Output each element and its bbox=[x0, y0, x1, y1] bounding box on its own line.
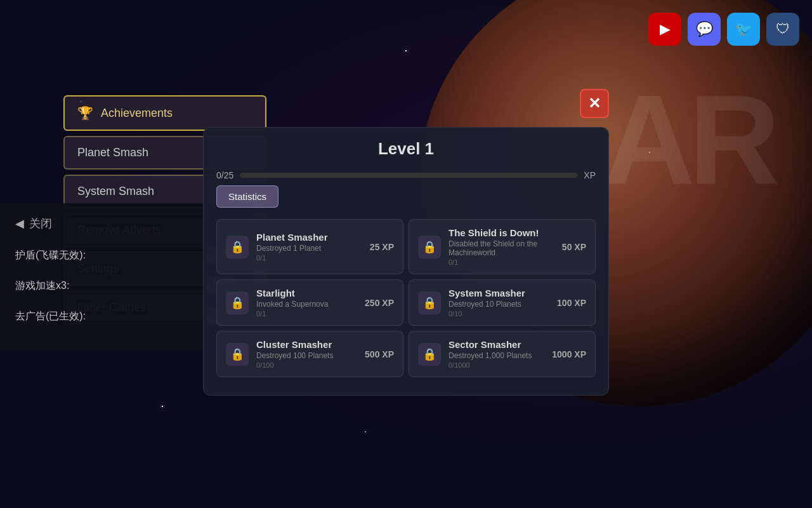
achievement-progress-3: 0/10 bbox=[449, 310, 549, 318]
twitter-icon: 🐦 bbox=[735, 21, 752, 37]
lock-icon-5: 🔒 bbox=[418, 343, 441, 366]
achievement-card-0: 🔒 Planet Smasher Destroyed 1 Planet 0/1 … bbox=[216, 219, 403, 274]
shield-setting-label: 护盾(飞碟无效): bbox=[15, 249, 86, 262]
achievement-xp-5: 1000 XP bbox=[552, 349, 586, 359]
achievement-progress-0: 0/1 bbox=[256, 254, 362, 262]
shield-icon: 🛡 bbox=[776, 21, 790, 37]
achievement-name-5: Sector Smasher bbox=[449, 339, 544, 350]
lock-icon-0: 🔒 bbox=[226, 236, 249, 258]
social-bar: ▶ 💬 🐦 🛡 bbox=[648, 13, 799, 46]
achievement-xp-1: 50 XP bbox=[562, 242, 586, 252]
sidebar-item-achievements[interactable]: 🏆 Achievements bbox=[63, 95, 266, 131]
lock-icon-2: 🔒 bbox=[226, 291, 249, 314]
achievement-xp-2: 250 XP bbox=[365, 298, 394, 308]
achievement-name-2: Starlight bbox=[256, 288, 357, 298]
achievement-card-1: 🔒 The Shield is Down! Disabled the Shiel… bbox=[409, 219, 596, 274]
achievement-xp-3: 100 XP bbox=[557, 298, 586, 308]
achievement-card-3: 🔒 System Smasher Destroyed 10 Planets 0/… bbox=[409, 279, 596, 326]
noad-setting-label: 去广告(已生效): bbox=[15, 310, 86, 323]
achievement-progress-4: 0/100 bbox=[256, 361, 357, 369]
achievement-name-0: Planet Smasher bbox=[256, 232, 362, 243]
achievement-desc-4: Destroyed 100 Planets bbox=[256, 351, 357, 360]
achievement-card-2: 🔒 Starlight Invoked a Supernova 0/1 250 … bbox=[216, 279, 403, 326]
back-arrow-icon: ◀ bbox=[15, 217, 24, 231]
achievement-name-3: System Smasher bbox=[449, 288, 549, 298]
achievement-xp-0: 25 XP bbox=[370, 242, 394, 252]
achievement-desc-3: Destroyed 10 Planets bbox=[449, 300, 549, 309]
xp-current: 0/25 bbox=[216, 170, 233, 180]
discord-button[interactable]: 💬 bbox=[688, 13, 721, 46]
achievement-info-2: Starlight Invoked a Supernova 0/1 bbox=[256, 288, 357, 318]
modal-header: Level 1 bbox=[204, 128, 608, 165]
tab-statistics[interactable]: Statistics bbox=[216, 185, 278, 208]
lock-icon-1: 🔒 bbox=[418, 236, 441, 258]
achievement-info-1: The Shield is Down! Disabled the Shield … bbox=[449, 227, 554, 266]
achievement-info-4: Cluster Smasher Destroyed 100 Planets 0/… bbox=[256, 339, 357, 369]
achievement-desc-5: Destroyed 1,000 Planets bbox=[449, 351, 544, 360]
achievement-progress-5: 0/1000 bbox=[449, 361, 544, 369]
shield-button[interactable]: 🛡 bbox=[766, 13, 799, 46]
xp-bar-container: 0/25 XP bbox=[204, 165, 608, 185]
discord-icon: 💬 bbox=[696, 21, 713, 37]
achievement-desc-1: Disabled the Shield on the Machineworld bbox=[449, 239, 554, 257]
achievement-card-5: 🔒 Sector Smasher Destroyed 1,000 Planets… bbox=[409, 331, 596, 377]
lock-icon-4: 🔒 bbox=[226, 343, 249, 366]
achievement-desc-2: Invoked a Supernova bbox=[256, 300, 357, 309]
achievement-xp-4: 500 XP bbox=[365, 349, 394, 359]
achievements-modal: Level 1 0/25 XP Statistics 🔒 Planet Smas… bbox=[203, 127, 609, 396]
achievement-info-5: Sector Smasher Destroyed 1,000 Planets 0… bbox=[449, 339, 544, 369]
system-smash-label: System Smash bbox=[77, 185, 154, 198]
modal-tabs: Statistics bbox=[204, 185, 608, 214]
achievement-card-4: 🔒 Cluster Smasher Destroyed 100 Planets … bbox=[216, 331, 403, 377]
settings-close-label: 关闭 bbox=[29, 216, 52, 231]
modal-title: Level 1 bbox=[216, 139, 596, 159]
youtube-button[interactable]: ▶ bbox=[648, 13, 681, 46]
achievement-progress-1: 0/1 bbox=[449, 258, 554, 266]
achievement-info-3: System Smasher Destroyed 10 Planets 0/10 bbox=[449, 288, 549, 318]
lock-icon-3: 🔒 bbox=[418, 291, 441, 314]
achievement-name-4: Cluster Smasher bbox=[256, 339, 357, 350]
xp-label: XP bbox=[584, 170, 596, 180]
trophy-icon: 🏆 bbox=[77, 105, 93, 121]
achievement-grid: 🔒 Planet Smasher Destroyed 1 Planet 0/1 … bbox=[204, 214, 608, 382]
twitter-button[interactable]: 🐦 bbox=[727, 13, 760, 46]
achievement-name-1: The Shield is Down! bbox=[449, 227, 554, 238]
modal-close-button[interactable]: ✕ bbox=[580, 89, 609, 118]
sidebar-achievements-label: Achievements bbox=[101, 107, 173, 120]
close-icon: ✕ bbox=[588, 95, 601, 112]
achievement-desc-0: Destroyed 1 Planet bbox=[256, 244, 362, 253]
achievement-progress-2: 0/1 bbox=[256, 310, 357, 318]
youtube-icon: ▶ bbox=[660, 21, 671, 37]
achievement-info-0: Planet Smasher Destroyed 1 Planet 0/1 bbox=[256, 232, 362, 262]
planet-smash-label: Planet Smash bbox=[77, 146, 148, 159]
speed-setting-label: 游戏加速x3: bbox=[15, 279, 69, 293]
xp-bar-track bbox=[240, 173, 577, 178]
